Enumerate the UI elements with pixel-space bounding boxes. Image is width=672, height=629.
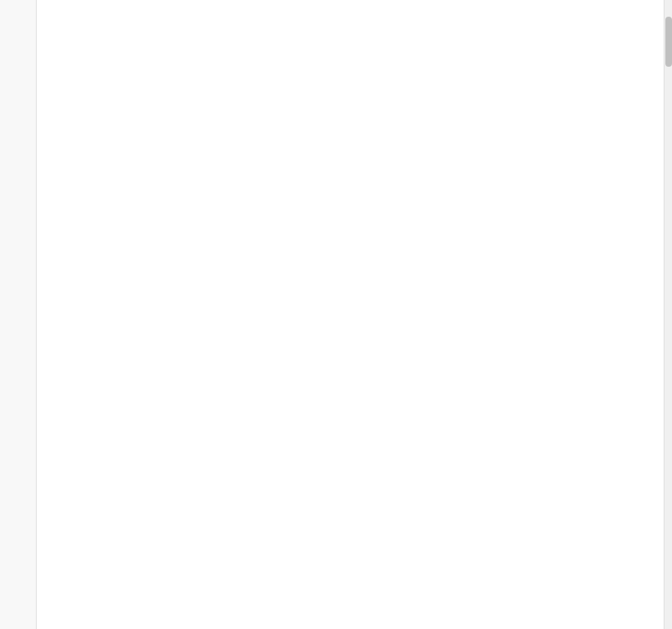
editor: [0, 0, 672, 629]
line-numbers: [0, 0, 37, 629]
scrollbar-thumb[interactable]: [665, 17, 672, 67]
scrollbar[interactable]: [664, 0, 672, 629]
code-area: [37, 0, 664, 629]
